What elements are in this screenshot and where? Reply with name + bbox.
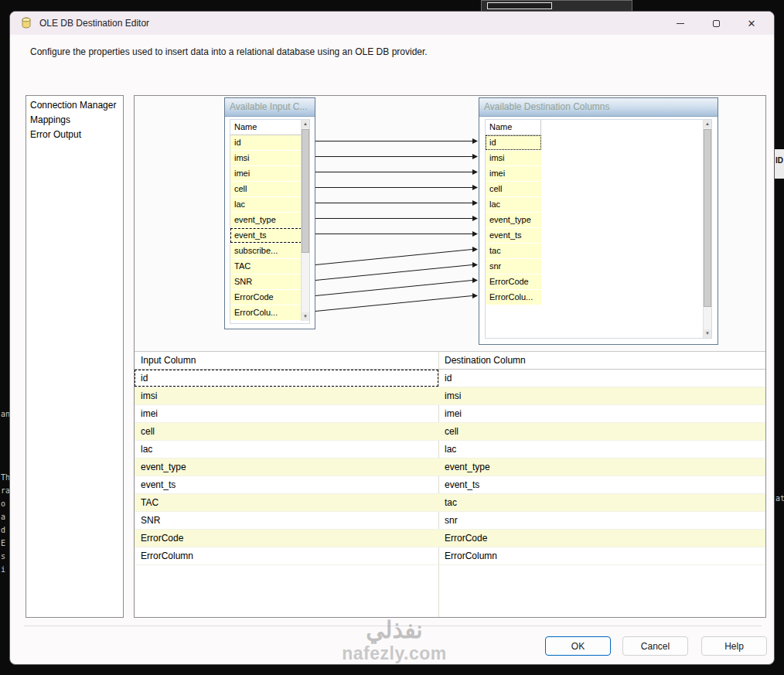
destination-column-item[interactable]: lac <box>486 197 541 212</box>
cancel-button[interactable]: Cancel <box>622 636 688 656</box>
input-column-cell[interactable]: id <box>135 370 438 387</box>
input-column-item[interactable]: ErrorCode <box>230 290 302 305</box>
mappings-panel: Available Input C... Name idimsiimeicell… <box>134 95 766 618</box>
mapping-arrow-icon <box>472 185 478 190</box>
scrollbar-thumb[interactable] <box>302 129 309 253</box>
input-column-item[interactable]: imei <box>230 166 302 181</box>
mapping-arrow-icon <box>472 278 478 283</box>
background-text-fragment: a <box>1 513 5 521</box>
mapping-table-body: ididimsiimsiimeiimeicellcelllaclacevent_… <box>135 370 765 565</box>
mapping-arrow-icon <box>472 216 478 221</box>
table-row: cellcell <box>135 423 765 441</box>
destination-column-item[interactable]: imei <box>486 166 541 181</box>
maximize-button[interactable] <box>698 12 734 35</box>
destination-column-cell[interactable]: id <box>438 370 765 387</box>
table-row: ErrorColumnErrorColumn <box>135 547 765 565</box>
destination-column-cell[interactable]: imsi <box>438 387 765 404</box>
window-controls: ✕ <box>663 12 769 35</box>
scroll-down-icon[interactable]: ▼ <box>302 312 309 321</box>
mapping-table-header: Input Column Destination Column <box>135 352 765 370</box>
input-column-cell[interactable]: SNR <box>135 512 438 529</box>
input-column-item[interactable]: SNR <box>230 274 302 289</box>
mapping-line[interactable] <box>315 265 472 281</box>
destination-column-cell[interactable]: ErrorCode <box>438 530 765 547</box>
input-columns-scrollbar[interactable]: ▲ ▼ <box>301 120 309 321</box>
scroll-down-icon[interactable]: ▼ <box>704 329 711 338</box>
input-column-item[interactable]: cell <box>230 182 302 196</box>
destination-column-cell[interactable]: cell <box>438 423 765 440</box>
input-column-item[interactable]: event_type <box>230 213 302 227</box>
sidebar-item-error-output[interactable]: Error Output <box>26 128 123 142</box>
mapping-arrow-icon <box>472 154 478 159</box>
input-column-cell[interactable]: ErrorCode <box>135 530 438 547</box>
input-column-cell[interactable]: event_ts <box>135 476 438 493</box>
input-column-item[interactable]: lac <box>230 197 302 212</box>
destination-column-cell[interactable]: tac <box>438 494 765 511</box>
destination-column-item[interactable]: snr <box>486 259 541 274</box>
destination-column-cell[interactable]: event_ts <box>438 476 765 493</box>
background-left-edge-text: anThraoadEsi <box>0 0 9 675</box>
input-column-cell[interactable]: cell <box>135 423 438 440</box>
available-input-columns-caption: Available Input C... <box>225 98 315 117</box>
destination-columns-list: Name idimsiimeicelllacevent_typeevent_ts… <box>485 119 712 339</box>
destination-column-cell[interactable]: imei <box>438 405 765 422</box>
minimize-icon <box>677 23 684 24</box>
mapping-canvas: Available Input C... Name idimsiimeicell… <box>135 96 765 351</box>
background-fragment-at: at <box>775 494 784 503</box>
input-column-cell[interactable]: ErrorColumn <box>135 547 438 564</box>
scrollbar-thumb[interactable] <box>704 129 711 307</box>
input-column-item[interactable]: id <box>230 135 302 150</box>
close-button[interactable]: ✕ <box>734 12 769 35</box>
sidebar-item-connection-manager[interactable]: Connection Manager <box>26 98 123 113</box>
table-row: imsiimsi <box>135 387 765 405</box>
background-text-fragment: E <box>1 539 5 547</box>
destination-column-item[interactable]: ErrorCode <box>486 274 541 289</box>
destination-column-cell[interactable]: lac <box>438 441 765 458</box>
sidebar-item-mappings[interactable]: Mappings <box>26 113 123 128</box>
mapping-arrow-icon <box>472 169 478 175</box>
input-column-item[interactable]: imsi <box>230 151 302 165</box>
scroll-up-icon[interactable]: ▲ <box>704 120 711 128</box>
input-column-cell[interactable]: imei <box>135 405 438 422</box>
mapping-line[interactable] <box>315 296 472 312</box>
destination-column-cell[interactable]: snr <box>438 512 765 529</box>
destination-column-item[interactable]: imsi <box>486 151 541 165</box>
mapping-line[interactable] <box>315 250 472 265</box>
help-button[interactable]: Help <box>701 636 767 656</box>
background-text-fragment: s <box>1 552 5 561</box>
input-column-cell[interactable]: imsi <box>135 387 438 404</box>
input-column-cell[interactable]: TAC <box>135 494 438 511</box>
input-column-item[interactable]: ErrorColu... <box>230 305 302 320</box>
dialog-description: Configure the properties used to insert … <box>30 46 428 57</box>
table-row: imeiimei <box>135 405 765 423</box>
destination-columns-rows: idimsiimeicelllacevent_typeevent_tstacsn… <box>486 135 541 305</box>
input-column-item[interactable]: TAC <box>230 259 302 274</box>
destination-column-item[interactable]: tac <box>486 244 541 258</box>
destination-column-item[interactable]: event_type <box>486 213 541 227</box>
destination-column-cell[interactable]: event_type <box>438 459 765 476</box>
destination-column-cell[interactable]: ErrorColumn <box>438 547 765 564</box>
ok-button[interactable]: OK <box>545 636 611 656</box>
destination-column-item[interactable]: event_ts <box>486 228 541 243</box>
background-text-fragment: an <box>1 410 9 418</box>
scroll-up-icon[interactable]: ▲ <box>302 120 309 128</box>
close-icon: ✕ <box>748 19 756 29</box>
input-column-item[interactable]: subscribe... <box>230 244 302 258</box>
destination-column-item[interactable]: cell <box>486 182 541 196</box>
title-bar[interactable]: OLE DB Destination Editor ✕ <box>10 12 774 35</box>
destination-name-header: Name <box>486 120 541 135</box>
mapping-line[interactable] <box>315 281 472 296</box>
destination-column-item[interactable]: id <box>486 135 541 150</box>
table-row: idid <box>135 370 765 387</box>
background-text-fragment: ra <box>1 486 9 495</box>
minimize-button[interactable] <box>663 12 698 35</box>
input-column-item[interactable]: event_ts <box>230 228 302 243</box>
maximize-icon <box>713 20 720 27</box>
input-column-cell[interactable]: lac <box>135 441 438 458</box>
table-row: event_tsevent_ts <box>135 476 765 494</box>
available-destination-columns-box: Available Destination Columns Name idims… <box>479 97 718 345</box>
destination-column-item[interactable]: ErrorColu... <box>486 290 541 305</box>
input-column-cell[interactable]: event_type <box>135 459 438 476</box>
destination-columns-scrollbar[interactable]: ▲ ▼ <box>703 120 711 338</box>
mapping-arrow-icon <box>472 231 478 237</box>
